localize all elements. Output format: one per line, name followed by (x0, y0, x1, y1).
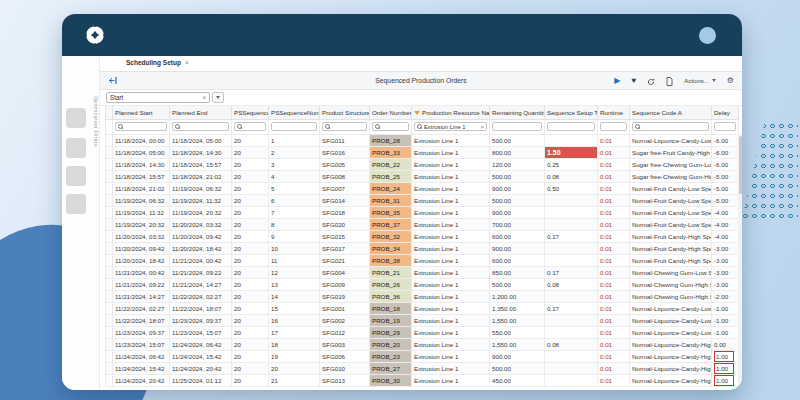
search-input-seq[interactable] (271, 122, 317, 131)
row-selector[interactable] (106, 182, 113, 194)
column-header-qty[interactable]: Remaining Quantity (490, 106, 545, 119)
table-row[interactable]: 11/24/2024, 15:4211/24/2024, 20:422020SF… (106, 362, 739, 374)
table-row[interactable]: 11/23/2024, 09:3711/23/2024, 15:072017SF… (106, 326, 739, 338)
table-row[interactable]: 11/18/2024, 00:0011/18/2024, 05:00201SFG… (106, 134, 739, 146)
search-input-status[interactable] (234, 122, 266, 131)
row-selector[interactable] (106, 290, 113, 302)
column-header-code[interactable]: Sequence Code A (630, 106, 712, 119)
cell-runtime: 0.01 (598, 218, 630, 230)
row-selector[interactable] (106, 326, 113, 338)
row-selector[interactable] (106, 314, 113, 326)
table-row[interactable]: 11/18/2024, 14:3011/18/2024, 15:57203SFG… (106, 158, 739, 170)
column-header-planned_start[interactable]: Planned Start (113, 106, 170, 119)
cell-code: Normal-Fruit Candy-High Speed (630, 230, 712, 242)
column-header-resource[interactable]: Production Resource Name (412, 106, 490, 119)
scrollbar-thumb[interactable] (739, 136, 742, 194)
actions-dropdown[interactable]: Actions... (684, 78, 716, 84)
row-selector[interactable] (106, 266, 113, 278)
search-input-qty[interactable] (492, 122, 542, 131)
table-row[interactable]: 11/20/2024, 18:4211/21/2024, 00:422011SF… (106, 254, 739, 266)
cell-setup (545, 290, 598, 302)
table-row[interactable]: 11/20/2024, 09:4211/20/2024, 18:422010SF… (106, 242, 739, 254)
rail-placeholder-icon[interactable] (66, 194, 86, 214)
row-selector[interactable] (106, 134, 113, 146)
table-row[interactable]: 11/24/2024, 20:4211/25/2024, 01:122021SF… (106, 374, 739, 386)
column-header-product[interactable]: Product Structure (320, 106, 370, 119)
row-selector[interactable] (106, 194, 113, 206)
column-header-setup[interactable]: Sequence Setup Time (545, 106, 598, 119)
cell-product: SFG006 (320, 350, 370, 362)
column-header-runtime[interactable]: Runtime (598, 106, 630, 119)
rail-placeholder-icon[interactable] (66, 166, 86, 186)
table-row[interactable]: 11/19/2024, 11:3211/19/2024, 20:32207SFG… (106, 206, 739, 218)
search-input-delay[interactable] (714, 122, 736, 131)
search-input-product[interactable] (322, 122, 367, 131)
table-row[interactable]: 11/19/2024, 06:3211/19/2024, 11:32206SFG… (106, 194, 739, 206)
table-row[interactable]: 11/18/2024, 21:0211/19/2024, 06:32205SFG… (106, 182, 739, 194)
row-selector[interactable] (106, 350, 113, 362)
tab-scheduling-setup[interactable]: Scheduling Setup × (122, 56, 193, 72)
row-selector[interactable] (106, 302, 113, 314)
row-selector[interactable] (106, 242, 113, 254)
search-input-setup[interactable] (547, 122, 595, 131)
cell-status: 20 (232, 146, 269, 158)
search-input-runtime[interactable] (600, 122, 627, 131)
column-header-status[interactable]: PSSequenceStatu (232, 106, 269, 119)
cell-order: PROB_18 (370, 302, 412, 314)
column-header-planned_end[interactable]: Planned End (170, 106, 232, 119)
document-icon[interactable] (666, 72, 673, 90)
play-icon[interactable]: ▶ (614, 77, 620, 85)
cell-planned_start: 11/24/2024, 06:42 (113, 350, 170, 362)
cell-setup: 0.17 (545, 230, 598, 242)
table-row[interactable]: 11/23/2024, 15:0711/24/2024, 06:422018SF… (106, 338, 739, 350)
search-input-order[interactable] (372, 122, 409, 131)
table-row[interactable]: 11/21/2024, 09:2211/21/2024, 14:272013SF… (106, 278, 739, 290)
rail-placeholder-icon[interactable] (66, 138, 86, 158)
search-input-planned_end[interactable] (172, 122, 229, 131)
row-selector[interactable] (106, 158, 113, 170)
table-row[interactable]: 11/19/2024, 20:3211/20/2024, 03:32208SFG… (106, 218, 739, 230)
gear-icon[interactable]: ⚙ (727, 77, 734, 85)
row-selector[interactable] (106, 218, 113, 230)
tab-close-icon[interactable]: × (185, 59, 189, 66)
row-selector[interactable] (106, 206, 113, 218)
filter-dropdown-button[interactable] (212, 92, 224, 103)
row-selector[interactable] (106, 146, 113, 158)
cell-planned_end: 11/19/2024, 06:32 (170, 182, 232, 194)
search-cell-qty (490, 119, 545, 134)
row-selector[interactable] (106, 362, 113, 374)
refresh-icon[interactable] (647, 72, 655, 90)
row-selector[interactable] (106, 338, 113, 350)
row-selector[interactable] (106, 374, 113, 386)
row-selector[interactable] (106, 278, 113, 290)
clear-filter-icon[interactable]: × (478, 124, 486, 130)
table-row[interactable]: 11/21/2024, 14:2711/22/2024, 02:272014SF… (106, 290, 739, 302)
table-row[interactable]: 11/22/2024, 02:2711/22/2024, 18:072015SF… (106, 302, 739, 314)
column-header-seq[interactable]: PSSequenceNumbe▲ (269, 106, 320, 119)
column-header-delay[interactable]: Delay (712, 106, 739, 119)
start-filter-input[interactable]: Start × (106, 92, 210, 103)
table-row[interactable]: 11/22/2024, 18:0711/23/2024, 09:372016SF… (106, 314, 739, 326)
cell-planned_end: 11/25/2024, 01:12 (170, 374, 232, 386)
delay-alert-box: 1.00 (714, 363, 734, 374)
column-header-order[interactable]: Order Number (370, 106, 412, 119)
cell-product: SFG017 (320, 242, 370, 254)
rail-placeholder-icon[interactable] (66, 108, 86, 128)
row-selector[interactable] (106, 170, 113, 182)
heart-icon[interactable]: ♥ (631, 77, 636, 85)
clear-filter-icon[interactable]: × (202, 94, 206, 101)
vertical-scrollbar[interactable] (738, 134, 742, 390)
search-input-code[interactable] (632, 122, 709, 131)
table-row[interactable]: 11/20/2024, 03:3211/20/2024, 09:42209SFG… (106, 230, 739, 242)
search-input-resource[interactable]: Extrusion Line 1× (414, 122, 487, 131)
cell-code: Normal-Chewing Gum-High Speed (630, 290, 712, 302)
row-selector[interactable] (106, 230, 113, 242)
cell-delay: -6.00 (712, 158, 739, 170)
table-row[interactable]: 11/21/2024, 00:4211/21/2024, 09:222012SF… (106, 266, 739, 278)
table-row[interactable]: 11/18/2024, 15:5711/18/2024, 21:02204SFG… (106, 170, 739, 182)
search-input-planned_start[interactable] (115, 122, 167, 131)
table-row[interactable]: 11/18/2024, 05:0011/18/2024, 14:30202SFG… (106, 146, 739, 158)
cell-setup (545, 326, 598, 338)
row-selector[interactable] (106, 254, 113, 266)
table-row[interactable]: 11/24/2024, 06:4211/24/2024, 15:422019SF… (106, 350, 739, 362)
